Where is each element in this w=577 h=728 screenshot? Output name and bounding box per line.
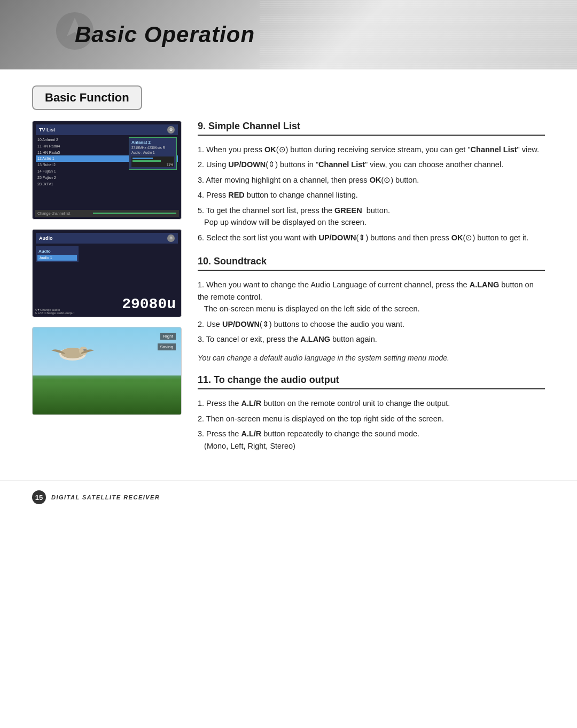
channel-detail-panel: Anlanat 2 3719MHz 4230Ks/s R Audio : Aud… bbox=[129, 137, 177, 170]
section-9-heading: 9. Simple Channel List bbox=[198, 121, 545, 136]
ok-button-icon: ⊙ bbox=[167, 126, 175, 134]
tv-list-bottom-bar: Change channel list bbox=[35, 210, 179, 217]
list-item: 1. When you want to change the Audio Lan… bbox=[198, 277, 545, 316]
progress-bar bbox=[93, 213, 176, 214]
detail-freq: 3719MHz 4230Ks/s R bbox=[131, 146, 174, 150]
list-item: 4. Press RED button to change channel li… bbox=[198, 187, 545, 202]
audio-ok-icon: ⊙ bbox=[167, 234, 175, 242]
section-10-heading: 10. Soundtrack bbox=[198, 256, 545, 271]
section-9-list: 1. When you press OK(⊙) button during re… bbox=[198, 142, 545, 245]
content-columns: TV List ⊙ 10 Anlanat 2 11 HN Rada4 11 HN… bbox=[32, 121, 545, 459]
bird-icon bbox=[49, 337, 97, 366]
list-item: 2. Then on-screen menu is displayed on t… bbox=[198, 411, 545, 426]
section-10-list: 1. When you want to change the Audio Lan… bbox=[198, 277, 545, 347]
list-item: 3. After moving highlight on a channel, … bbox=[198, 173, 545, 187]
audio-screen: Audio ⊙ Audio Audio 1 29080u A▼Change au… bbox=[32, 229, 182, 317]
list-item: 1. Press the A.L/R button on the remote … bbox=[198, 396, 545, 411]
list-item: 1. When you press OK(⊙) button during re… bbox=[198, 142, 545, 157]
audio-menu: Audio Audio 1 bbox=[36, 246, 79, 262]
nature-screen: Right Saving bbox=[32, 327, 182, 415]
detail-bars: 71% bbox=[131, 156, 174, 167]
hint-right: A.L/R: Change audio output bbox=[35, 311, 74, 315]
left-column: TV List ⊙ 10 Anlanat 2 11 HN Rada4 11 HN… bbox=[32, 121, 182, 415]
footer-text: DIGITAL SATELLITE RECEIVER bbox=[51, 494, 160, 500]
tv-list-screen: TV List ⊙ 10 Anlanat 2 11 HN Rada4 11 HN… bbox=[32, 121, 182, 220]
section-11-list: 1. Press the A.L/R button on the remote … bbox=[198, 396, 545, 453]
list-item: 3. To cancel or exit, press the A.LANG b… bbox=[198, 332, 545, 347]
page-footer: 15 DIGITAL SATELLITE RECEIVER bbox=[0, 480, 577, 510]
page-number-badge: 15 bbox=[32, 490, 46, 504]
detail-percent: 71% bbox=[132, 163, 173, 166]
ch-item: 28 JkTV1 bbox=[36, 181, 178, 187]
audio-menu-title: Audio bbox=[37, 248, 77, 255]
detail-name: Anlanat 2 bbox=[131, 140, 174, 145]
tv-list-title: TV List bbox=[39, 127, 55, 132]
audio-title: Audio ⊙ bbox=[36, 233, 178, 244]
list-item: 2. Using UP/DOWN(⇕) buttons in "Channel … bbox=[198, 157, 545, 172]
right-column: 9. Simple Channel List 1. When you press… bbox=[198, 121, 545, 459]
audio-number: 29080u bbox=[122, 296, 176, 312]
section-10-note: You can change a default audio language … bbox=[198, 353, 545, 364]
detail-audio: Audio : Audio 1 bbox=[131, 151, 174, 154]
list-item: 3. Press the A.L/R button repeatedly to … bbox=[198, 426, 545, 453]
page-body: Basic Function TV List ⊙ 10 Anlanat 2 11… bbox=[0, 69, 577, 480]
screen3-subtitle: Saving bbox=[158, 343, 176, 350]
page-title: Basic Operation bbox=[75, 22, 255, 48]
list-item: 5. To get the channel sort list, press t… bbox=[198, 203, 545, 230]
bottom-left-text: Change channel list bbox=[37, 212, 71, 215]
ch-item: 25 Fujian 2 bbox=[36, 175, 178, 181]
grass-element bbox=[33, 382, 181, 414]
audio-bottom-hints: A▼Change audio A.L/R: Change audio outpu… bbox=[35, 308, 74, 315]
section-11-heading: 11. To change the audio output bbox=[198, 374, 545, 389]
audio-menu-selected: Audio 1 bbox=[37, 255, 77, 261]
list-item: 2. Use UP/DOWN(⇕) buttons to choose the … bbox=[198, 317, 545, 332]
header-banner: Basic Operation bbox=[0, 0, 577, 69]
section-label: Basic Function bbox=[32, 85, 142, 110]
tv-list-header: TV List ⊙ bbox=[36, 124, 178, 135]
screen3-overlay: Right bbox=[160, 333, 176, 340]
list-item: 6. Select the sort list you want with UP… bbox=[198, 230, 545, 245]
